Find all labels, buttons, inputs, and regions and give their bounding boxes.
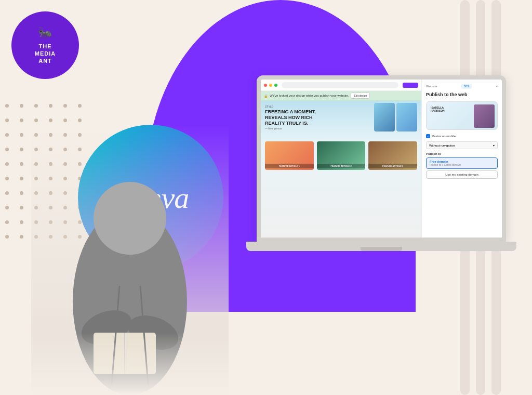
site-badge: SITE (461, 84, 471, 89)
article-card-1[interactable]: FEATURE ARTICLE 1 (265, 141, 314, 170)
hero-image-1 (374, 103, 395, 131)
publish-panel: Website SITE × Publish to the web ISABEL… (421, 80, 502, 238)
nav-select-value: Without navigation (429, 144, 455, 147)
my-existing-domain-button[interactable]: Use my existing domain (426, 170, 498, 179)
preview-thumbnail: ISABELLA HARRISON (426, 101, 498, 130)
feature-articles-row: FEATURE ARTICLE 1 FEATURE ARTICLE 2 FEAT… (261, 138, 421, 173)
article-label-1: FEATURE ARTICLE 1 (265, 164, 314, 168)
svg-point-1 (94, 182, 166, 255)
logo-text: THE MEDIA ANT (35, 43, 56, 65)
screen-content: 🔒 We've locked your design while you pub… (261, 80, 502, 238)
ant-icon: 🐜 (38, 25, 52, 41)
article-card-2[interactable]: FEATURE ARTICLE 2 (317, 141, 366, 170)
website-label: Website (426, 85, 437, 88)
close-dot (264, 84, 267, 87)
laptop-screen: 🔒 We've locked your design while you pub… (257, 75, 506, 242)
hero-quote: FREEZING A MOMENT, REVEALS HOW RICH REAL… (265, 109, 327, 126)
screen-main-area: 🔒 We've locked your design while you pub… (261, 80, 421, 238)
chevron-down-icon: ▾ (493, 143, 495, 147)
publish-to-label: Publish to (426, 152, 498, 155)
lock-icon: 🔒 (264, 94, 268, 98)
hero-section: STYLE FREEZING A MOMENT, REVEALS HOW RIC… (261, 101, 421, 134)
person-figure (31, 125, 229, 395)
canva-domain-subtitle: Publish to a Canva domain (430, 163, 494, 166)
free-domain-option[interactable]: Free domain Publish to a Canva domain (426, 157, 498, 169)
browser-toolbar (261, 80, 421, 91)
navigation-select[interactable]: Without navigation ▾ (426, 141, 498, 149)
brand-logo[interactable]: 🐜 THE MEDIA ANT (11, 11, 79, 79)
svg-rect-8 (31, 333, 229, 395)
edit-design-button[interactable]: Edit design (351, 93, 370, 99)
preview-name: ISABELLA HARRISON (431, 106, 445, 112)
publish-panel-header: Website SITE × (426, 84, 498, 89)
maximize-dot (274, 84, 277, 87)
url-bar (282, 82, 398, 88)
publish-btn-small[interactable] (403, 83, 418, 88)
resize-mobile-label: Resize on mobile (432, 135, 456, 138)
notification-text: We've locked your design while you publi… (270, 94, 349, 97)
hero-image-2 (396, 103, 417, 131)
laptop-container: 🔒 We've locked your design while you pub… (246, 75, 516, 294)
article-label-3: FEATURE ARTICLE 3 (368, 164, 417, 168)
laptop-base (246, 242, 516, 251)
resize-checkbox[interactable]: ✓ (426, 134, 430, 138)
preview-image (474, 104, 495, 128)
close-icon[interactable]: × (496, 85, 498, 88)
article-card-3[interactable]: FEATURE ARTICLE 3 (368, 141, 417, 170)
publish-title: Publish to the web (426, 92, 498, 97)
notification-bar: 🔒 We've locked your design while you pub… (261, 91, 421, 101)
minimize-dot (269, 84, 272, 87)
hero-images (374, 103, 417, 131)
resize-mobile-option: ✓ Resize on mobile (426, 134, 498, 138)
article-label-2: FEATURE ARTICLE 2 (317, 164, 366, 168)
